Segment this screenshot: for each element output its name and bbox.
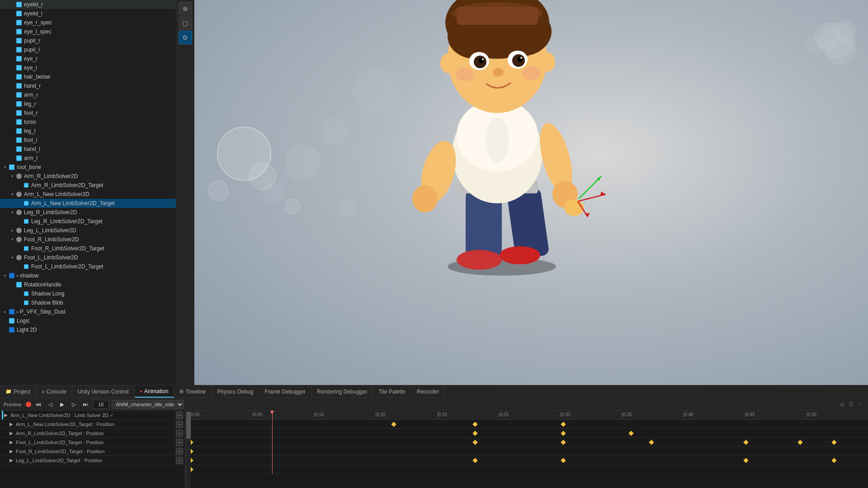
keyframe[interactable] bbox=[191, 458, 193, 463]
track-vertical-scrollbar[interactable] bbox=[185, 411, 191, 488]
keyframe[interactable] bbox=[191, 440, 193, 445]
keyframe[interactable] bbox=[649, 440, 654, 445]
hierarchy-item-RotationHandle[interactable]: RotationHandle bbox=[0, 280, 176, 289]
record-button[interactable] bbox=[26, 402, 31, 407]
hierarchy-item-eyelid_r[interactable]: eyelid_r bbox=[0, 0, 176, 9]
timeline-row-3[interactable] bbox=[191, 447, 868, 456]
hierarchy-item-eye_r_spec[interactable]: eye_r_spec bbox=[0, 18, 176, 27]
scrollbar-thumb[interactable] bbox=[186, 412, 191, 439]
tree-arrow-P_VFX_Step_Dust[interactable]: ▸ bbox=[2, 310, 8, 314]
hierarchy-item-leg_r[interactable]: leg_r bbox=[0, 99, 176, 108]
track-remove-button-4[interactable]: − bbox=[176, 439, 183, 446]
gear-tool-button[interactable]: ⚙ bbox=[179, 31, 192, 44]
next-frame-button[interactable]: ▷ bbox=[69, 400, 78, 409]
move-tool-button[interactable]: ⊕ bbox=[179, 2, 192, 15]
hierarchy-item-P_VFX_Step_Dust[interactable]: ▸▸P_VFX_Step_Dust bbox=[0, 307, 176, 316]
tree-arrow-Foot_R_LimbSolver2D[interactable]: ▾ bbox=[9, 237, 15, 242]
hierarchy-item-Logic[interactable]: Logic bbox=[0, 316, 176, 325]
track-remove-button-3[interactable]: − bbox=[176, 430, 183, 437]
hierarchy-item-Foot_R_LimbSolver2D_Target[interactable]: Foot_R_LimbSolver2D_Target bbox=[0, 244, 176, 253]
keyframe[interactable] bbox=[561, 440, 566, 445]
tree-arrow-Foot_L_LimbSolver2D[interactable]: ▾ bbox=[9, 255, 15, 260]
hierarchy-item-shadow[interactable]: ▾▸shadow bbox=[0, 271, 176, 280]
hierarchy-item-pupil_l[interactable]: pupil_l bbox=[0, 45, 176, 54]
hierarchy-item-Leg_L_LimbSolver2D[interactable]: ▸Leg_L_LimbSolver2D bbox=[0, 226, 176, 235]
hierarchy-item-eye_l_spec[interactable]: eye_l_spec bbox=[0, 27, 176, 36]
scene-viewport[interactable] bbox=[194, 0, 868, 385]
hierarchy-item-torso[interactable]: torso bbox=[0, 117, 176, 127]
keyframe[interactable] bbox=[561, 422, 566, 427]
timeline-row-4[interactable] bbox=[191, 456, 868, 465]
timeline-row-0[interactable] bbox=[191, 420, 868, 429]
tab-frame-debugger[interactable]: Frame Debugger bbox=[259, 385, 311, 398]
hierarchy-item-arm_l[interactable]: arm_l bbox=[0, 154, 176, 163]
playhead[interactable] bbox=[272, 411, 273, 419]
hierarchy-item-Foot_L_LimbSolver2D_Target[interactable]: Foot_L_LimbSolver2D_Target bbox=[0, 262, 176, 271]
tab-recorder[interactable]: Recorder bbox=[411, 385, 445, 398]
hierarchy-item-eyelid_l[interactable]: eyelid_l bbox=[0, 9, 176, 18]
hierarchy-item-foot_r[interactable]: foot_r bbox=[0, 108, 176, 117]
hierarchy-item-Arm_R_LimbSolver2D_Target[interactable]: Arm_R_LimbSolver2D_Target bbox=[0, 181, 176, 190]
expand-arrow-4[interactable]: ▶ bbox=[9, 440, 16, 445]
timeline-area[interactable]: 0:00|0:05|0:10|0:15|0:20|0:25|0:30|0:35|… bbox=[191, 411, 868, 488]
track-remove-button[interactable]: − bbox=[176, 412, 183, 419]
tree-arrow-shadow[interactable]: ▾ bbox=[2, 273, 8, 278]
tab-timeline[interactable]: ⊞ Timeline bbox=[174, 385, 212, 398]
record-mode-button[interactable]: ⬡ bbox=[847, 400, 855, 408]
expand-arrow-3[interactable]: ▶ bbox=[9, 431, 16, 436]
tree-arrow-Leg_L_LimbSolver2D[interactable]: ▸ bbox=[9, 228, 15, 233]
hierarchy-item-Foot_R_LimbSolver2D[interactable]: ▾Foot_R_LimbSolver2D bbox=[0, 235, 176, 244]
hierarchy-item-pupil_r[interactable]: pupil_r bbox=[0, 36, 176, 45]
expand-arrow-5[interactable]: ▶ bbox=[9, 449, 16, 454]
prev-frame-button[interactable]: ◁ bbox=[46, 400, 55, 409]
tree-arrow-root_bone[interactable]: ▾ bbox=[2, 165, 8, 169]
keyframe[interactable] bbox=[472, 422, 477, 427]
timeline-row-1[interactable] bbox=[191, 429, 868, 438]
keyframe[interactable] bbox=[628, 431, 633, 436]
hierarchy-item-Foot_L_LimbSolver2D[interactable]: ▾Foot_L_LimbSolver2D bbox=[0, 253, 176, 262]
tab-console[interactable]: ≡ Console bbox=[36, 385, 72, 398]
frame-number-input[interactable]: 18 bbox=[93, 400, 109, 409]
keyframe[interactable] bbox=[561, 458, 566, 463]
hierarchy-item-Arm_L_New_LimbSolver2D[interactable]: ▾Arm_L_New LimbSolver2D bbox=[0, 190, 176, 199]
hierarchy-item-Shadow_Blob[interactable]: Shadow Blob bbox=[0, 298, 176, 307]
keyframe[interactable] bbox=[472, 440, 477, 445]
keyframe[interactable] bbox=[392, 422, 396, 427]
rect-tool-button[interactable]: ▢ bbox=[179, 16, 192, 30]
track-remove-button-5[interactable]: − bbox=[176, 448, 183, 455]
hierarchy-item-hair_below[interactable]: hair_below bbox=[0, 72, 176, 81]
expand-arrow[interactable]: ▶ bbox=[4, 413, 10, 418]
keyframe[interactable] bbox=[472, 458, 477, 463]
track-remove-button-6[interactable]: − bbox=[176, 457, 183, 464]
tree-arrow-Arm_R_LimbSolver2D[interactable]: ▾ bbox=[9, 174, 15, 178]
keyframe[interactable] bbox=[561, 431, 566, 436]
track-remove-button-2[interactable]: − bbox=[176, 421, 183, 428]
hierarchy-item-Shadow_Long[interactable]: Shadow Long bbox=[0, 289, 176, 298]
tab-project[interactable]: 📁 Project bbox=[0, 385, 36, 398]
hierarchy-item-hand_l[interactable]: hand_l bbox=[0, 145, 176, 154]
tab-rendering-debugger[interactable]: Rendering Debugger bbox=[311, 385, 373, 398]
expand-arrow-6[interactable]: ▶ bbox=[9, 458, 16, 463]
hierarchy-item-arm_r[interactable]: arm_r bbox=[0, 90, 176, 99]
anim-settings-button[interactable]: ⋮ bbox=[856, 400, 864, 408]
hierarchy-item-root_bone[interactable]: ▾root_bone bbox=[0, 163, 176, 172]
tab-physics-debug[interactable]: Physics Debug bbox=[212, 385, 259, 398]
tree-arrow-Leg_R_LimbSolver2D[interactable]: ▾ bbox=[9, 210, 15, 215]
keyframe[interactable] bbox=[191, 449, 193, 454]
keyframe[interactable] bbox=[831, 458, 836, 463]
hierarchy-item-Light_2D[interactable]: Light 2D bbox=[0, 325, 176, 334]
tab-version-control[interactable]: Unity Version Control bbox=[72, 385, 135, 398]
keyframe[interactable] bbox=[472, 431, 477, 436]
hierarchy-item-eye_l[interactable]: eye_l bbox=[0, 63, 176, 72]
go-to-start-button[interactable]: ⏮ bbox=[34, 400, 43, 409]
keyframe[interactable] bbox=[744, 458, 749, 463]
go-to-end-button[interactable]: ⏭ bbox=[81, 400, 90, 409]
animation-clip-select[interactable]: ANIM_character_idle_side bbox=[112, 400, 184, 409]
hierarchy-item-Arm_L_New_LimbSolver2D_Target[interactable]: Arm_L_New LimbSolver2D_Target bbox=[0, 199, 176, 208]
tab-animation[interactable]: ● Animation bbox=[135, 385, 175, 398]
hierarchy-item-Leg_R_LimbSolver2D[interactable]: ▾Leg_R_LimbSolver2D bbox=[0, 208, 176, 217]
hierarchy-item-hand_r[interactable]: hand_r bbox=[0, 81, 176, 90]
diamond-add-button[interactable]: ◇ bbox=[838, 400, 846, 408]
play-button[interactable]: ▶ bbox=[57, 400, 66, 409]
hierarchy-item-Arm_R_LimbSolver2D[interactable]: ▾Arm_R_LimbSolver2D bbox=[0, 172, 176, 181]
